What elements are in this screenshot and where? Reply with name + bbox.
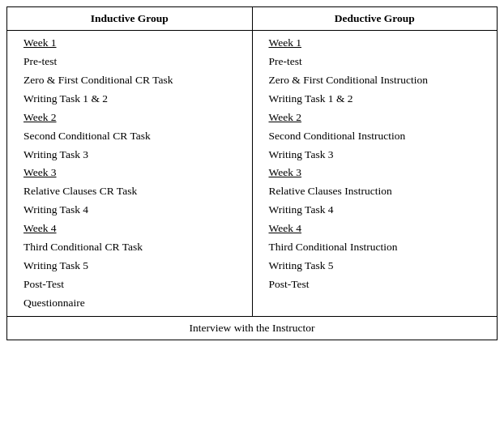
list-item: Third Conditional CR Task: [15, 238, 244, 257]
list-item: Week 2: [261, 109, 489, 127]
list-item: Zero & First Conditional Instruction: [261, 71, 489, 90]
list-item: Writing Task 5: [261, 257, 489, 276]
list-item: Week 4: [15, 220, 244, 238]
footer-row: Interview with the Instructor: [7, 316, 498, 340]
list-item: Questionnaire: [15, 294, 244, 313]
comparison-table: Inductive Group Deductive Group Week 1Pr…: [6, 6, 498, 340]
list-item: Writing Task 4: [15, 201, 244, 220]
list-item: Relative Clauses Instruction: [261, 182, 489, 201]
list-item: Writing Task 3: [261, 146, 489, 164]
deductive-column: Week 1Pre-testZero & First Conditional I…: [252, 31, 498, 317]
content-row: Week 1Pre-testZero & First Conditional C…: [7, 31, 498, 317]
list-item: Third Conditional Instruction: [261, 238, 489, 257]
list-item: Writing Task 1 & 2: [261, 90, 489, 109]
list-item: Pre-test: [261, 53, 489, 71]
list-item: Zero & First Conditional CR Task: [15, 71, 244, 90]
inductive-header: Inductive Group: [7, 7, 253, 31]
list-item: Pre-test: [15, 53, 244, 71]
list-item: Second Conditional Instruction: [261, 127, 489, 146]
list-item: Week 1: [261, 34, 489, 53]
list-item: Post-Test: [15, 276, 244, 294]
list-item: Week 2: [15, 109, 244, 127]
list-item: Writing Task 1 & 2: [15, 90, 244, 109]
list-item: Week 4: [261, 220, 489, 238]
footer-cell: Interview with the Instructor: [7, 316, 498, 340]
list-item: Writing Task 5: [15, 257, 244, 276]
list-item: Writing Task 3: [15, 146, 244, 164]
list-item: Post-Test: [261, 276, 489, 294]
list-item: Relative Clauses CR Task: [15, 182, 244, 201]
list-item: Second Conditional CR Task: [15, 127, 244, 146]
list-item: Writing Task 4: [261, 201, 489, 220]
inductive-column: Week 1Pre-testZero & First Conditional C…: [7, 31, 253, 317]
list-item: Week 3: [15, 164, 244, 182]
deductive-header: Deductive Group: [252, 7, 498, 31]
list-item: Week 1: [15, 34, 244, 53]
list-item: Week 3: [261, 164, 489, 182]
